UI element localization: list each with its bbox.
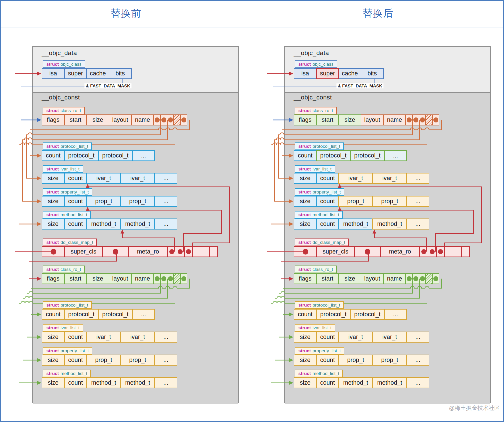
panel-before [32, 46, 239, 403]
watermark: @稀土掘金技术社区 [449, 404, 500, 412]
center-divider [252, 0, 252, 422]
objc-const-area [33, 93, 238, 404]
objc-const-area [285, 93, 490, 404]
panel-after [284, 46, 491, 403]
objc-data-area [33, 47, 238, 93]
header-title-after: 替换后 [252, 0, 504, 27]
objc-data-area [285, 47, 490, 93]
header-title-before: 替换前 [0, 0, 252, 27]
header-bar: 替换前 替换后 [0, 0, 504, 27]
